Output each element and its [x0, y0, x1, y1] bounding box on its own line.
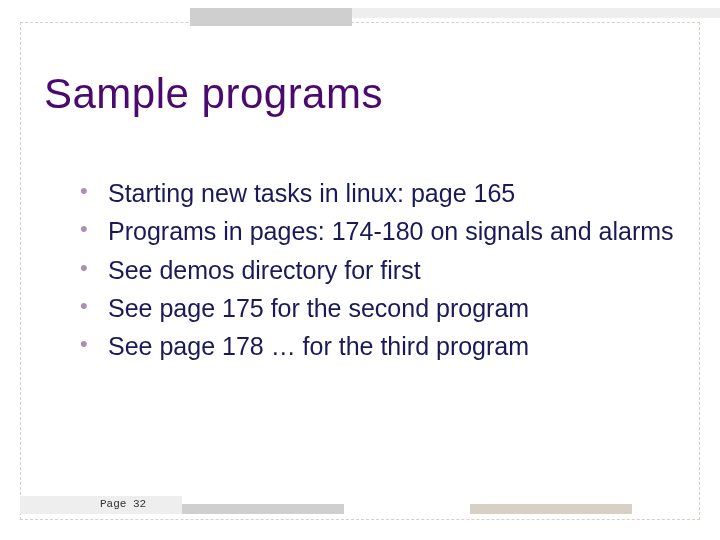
bullet-item: See page 178 … for the third program [80, 328, 680, 364]
bullet-item: Starting new tasks in linux: page 165 [80, 175, 680, 211]
bullet-item: See page 175 for the second program [80, 290, 680, 326]
page-number: Page 32 [100, 498, 146, 510]
bullet-list: Starting new tasks in linux: page 165 Pr… [80, 175, 680, 366]
slide-title: Sample programs [44, 70, 383, 118]
bullet-item: See demos directory for first [80, 252, 680, 288]
footer-accent-bar-tan [470, 504, 632, 514]
footer-accent-bar-mid [182, 504, 344, 514]
header-accent-bar-light [352, 8, 720, 18]
bullet-item: Programs in pages: 174-180 on signals an… [80, 213, 680, 249]
